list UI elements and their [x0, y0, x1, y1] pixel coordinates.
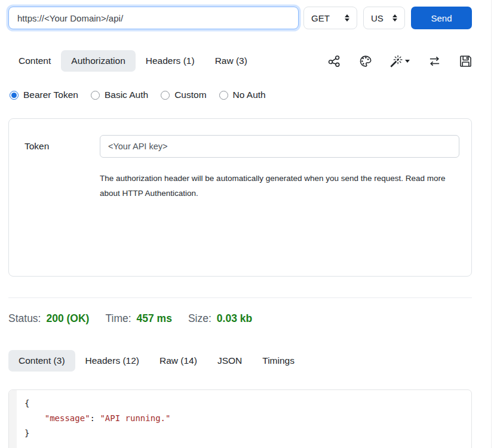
tab-response-timings[interactable]: Timings	[252, 350, 305, 372]
response-json-body: { "message": "API running." }	[17, 390, 471, 448]
json-key: "message"	[45, 413, 90, 423]
auth-option-label: Custom	[174, 90, 206, 100]
swap-arrows-icon[interactable]	[428, 55, 441, 67]
bearer-token-panel: Token The authorization header will be a…	[8, 118, 472, 277]
response-tabs: Content (3) Headers (12) Raw (14) JSON T…	[8, 350, 472, 372]
region-select[interactable]: US	[363, 7, 405, 29]
send-button[interactable]: Send	[411, 7, 472, 29]
tab-content[interactable]: Content	[8, 50, 61, 72]
theme-palette-icon[interactable]	[359, 55, 372, 67]
status-item: Status: 200 (OK)	[8, 312, 89, 325]
size-item: Size: 0.03 kb	[188, 312, 252, 325]
url-input[interactable]	[8, 7, 299, 29]
radio-icon	[91, 91, 100, 100]
time-label: Time:	[105, 312, 131, 325]
chevron-down-icon	[405, 60, 410, 63]
magic-wand-icon[interactable]	[390, 55, 410, 67]
response-body-viewer[interactable]: { "message": "API running." }	[8, 389, 472, 448]
radio-selected-icon	[10, 91, 19, 100]
tab-response-json[interactable]: JSON	[207, 350, 252, 372]
status-value: 200 (OK)	[46, 312, 89, 325]
auth-help-text: The authorization header will be automat…	[100, 171, 453, 201]
json-close-brace: }	[24, 428, 29, 438]
method-select-value: GET	[311, 13, 330, 23]
request-url-row: GET US Send	[8, 7, 472, 29]
tab-headers[interactable]: Headers (1)	[136, 50, 205, 72]
radio-icon	[219, 91, 228, 100]
tab-raw[interactable]: Raw (3)	[205, 50, 257, 72]
api-client-page: GET US Send Content Authorization Header…	[0, 0, 500, 448]
tab-authorization[interactable]: Authorization	[61, 50, 135, 72]
json-separator: :	[90, 413, 100, 423]
auth-option-label: No Auth	[233, 90, 266, 100]
radio-icon	[161, 91, 170, 100]
region-select-value: US	[371, 13, 384, 23]
auth-option-no-auth[interactable]: No Auth	[219, 90, 266, 100]
tab-response-content[interactable]: Content (3)	[8, 350, 75, 372]
code-gutter	[9, 390, 17, 448]
auth-option-basic-auth[interactable]: Basic Auth	[91, 90, 148, 100]
section-divider	[8, 297, 472, 298]
json-indent	[24, 413, 45, 423]
token-input[interactable]	[100, 135, 459, 158]
request-tabs: Content Authorization Headers (1) Raw (3…	[8, 50, 472, 72]
time-item: Time: 457 ms	[105, 312, 171, 325]
json-value: "API running."	[100, 413, 170, 423]
size-value: 0.03 kb	[217, 312, 252, 325]
auth-option-label: Bearer Token	[23, 90, 78, 100]
response-status-row: Status: 200 (OK) Time: 457 ms Size: 0.03…	[8, 312, 252, 325]
auth-option-custom[interactable]: Custom	[161, 90, 206, 100]
time-value: 457 ms	[137, 312, 172, 325]
tab-response-headers[interactable]: Headers (12)	[75, 350, 149, 372]
select-spinner-icon	[345, 14, 349, 22]
request-toolbar	[328, 55, 472, 67]
auth-type-options: Bearer Token Basic Auth Custom No Auth	[10, 90, 266, 100]
method-select[interactable]: GET	[303, 7, 357, 29]
tab-response-raw[interactable]: Raw (14)	[149, 350, 207, 372]
select-spinner-icon	[392, 14, 397, 22]
share-icon[interactable]	[328, 55, 341, 67]
status-label: Status:	[8, 312, 41, 325]
auth-option-label: Basic Auth	[105, 90, 148, 100]
token-label: Token	[24, 141, 49, 152]
save-icon[interactable]	[459, 55, 472, 67]
json-open-brace: {	[24, 398, 29, 408]
content-column-border	[491, 0, 492, 448]
auth-option-bearer-token[interactable]: Bearer Token	[10, 90, 78, 100]
size-label: Size:	[188, 312, 211, 325]
